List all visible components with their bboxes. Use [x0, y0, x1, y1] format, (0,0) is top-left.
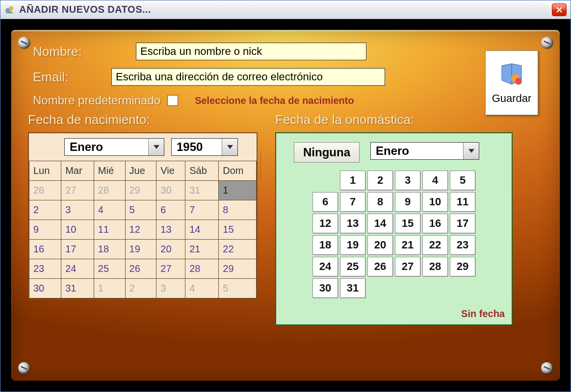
titlebar[interactable]: AÑADIR NUEVOS DATOS...: [0, 0, 571, 19]
onom-day-cell[interactable]: 13: [340, 214, 365, 233]
birth-day-cell[interactable]: 1: [94, 279, 125, 298]
onom-day-cell[interactable]: 18: [312, 235, 338, 255]
birth-day-cell[interactable]: 27: [156, 259, 185, 279]
birth-day-cell[interactable]: 2: [125, 279, 156, 298]
onom-day-cell[interactable]: 29: [450, 257, 475, 276]
onom-day-cell[interactable]: 30: [312, 278, 338, 298]
svg-point-4: [515, 78, 522, 85]
email-input[interactable]: [111, 68, 385, 86]
birth-day-cell[interactable]: 28: [185, 259, 219, 279]
email-label: Email:: [33, 70, 111, 85]
onom-day-cell[interactable]: 25: [340, 257, 365, 276]
birth-month-value: Enero: [65, 140, 108, 154]
birth-day-cell[interactable]: 15: [219, 220, 257, 240]
birth-month-select[interactable]: Enero: [64, 138, 164, 156]
none-button[interactable]: Ninguna: [294, 142, 360, 163]
birth-day-cell[interactable]: 12: [125, 220, 156, 240]
birth-day-cell[interactable]: 3: [61, 200, 94, 220]
onom-day-cell[interactable]: 5: [450, 171, 475, 190]
birth-day-cell[interactable]: 1: [219, 181, 257, 200]
onom-title: Fecha de la onomástica:: [275, 112, 513, 127]
birth-day-cell[interactable]: 27: [61, 181, 94, 200]
onom-day-cell[interactable]: 26: [367, 257, 393, 276]
birth-day-cell[interactable]: 26: [29, 181, 61, 200]
birth-day-cell[interactable]: 18: [94, 240, 125, 259]
birth-day-cell[interactable]: 31: [185, 181, 219, 200]
birth-day-cell[interactable]: 25: [94, 259, 125, 279]
onom-day-cell[interactable]: 28: [422, 257, 448, 276]
birth-day-cell[interactable]: 2: [29, 200, 61, 220]
birth-day-cell[interactable]: 29: [219, 259, 257, 279]
onom-day-cell[interactable]: 11: [450, 192, 475, 212]
onom-day-cell[interactable]: 7: [340, 192, 365, 212]
birth-day-cell[interactable]: 16: [29, 240, 61, 259]
birth-day-cell[interactable]: 21: [185, 240, 219, 259]
birth-day-cell[interactable]: 22: [219, 240, 257, 259]
birth-day-cell[interactable]: 13: [156, 220, 185, 240]
svg-rect-2: [6, 11, 13, 13]
onom-day-cell[interactable]: 17: [450, 214, 475, 233]
birth-day-cell[interactable]: 29: [125, 181, 156, 200]
birth-day-cell[interactable]: 7: [185, 200, 219, 220]
birth-day-cell[interactable]: 14: [185, 220, 219, 240]
birth-year-select[interactable]: 1950: [171, 138, 238, 156]
close-button[interactable]: [552, 3, 567, 16]
birth-day-cell[interactable]: 30: [156, 181, 185, 200]
birth-day-cell[interactable]: 26: [125, 259, 156, 279]
onom-day-cell[interactable]: 16: [422, 214, 448, 233]
default-name-checkbox[interactable]: [167, 95, 178, 106]
onom-month-select[interactable]: Enero: [370, 142, 479, 160]
birth-day-cell[interactable]: 5: [125, 200, 156, 220]
onom-day-cell[interactable]: 8: [367, 192, 393, 212]
save-button[interactable]: Guardar: [485, 50, 538, 115]
onom-day-cell[interactable]: 4: [422, 171, 448, 190]
birth-day-cell[interactable]: 19: [125, 240, 156, 259]
birth-day-cell[interactable]: 5: [219, 279, 257, 298]
birth-day-cell[interactable]: 4: [185, 279, 219, 298]
onom-day-cell[interactable]: 23: [450, 235, 475, 255]
screw-icon: [541, 37, 553, 49]
onom-day-cell[interactable]: 15: [395, 214, 420, 233]
onom-day-cell[interactable]: 14: [367, 214, 393, 233]
onom-day-cell[interactable]: 12: [312, 214, 338, 233]
onom-day-cell[interactable]: 10: [422, 192, 448, 212]
screw-icon: [18, 37, 30, 49]
onom-day-cell[interactable]: 27: [395, 257, 420, 276]
onom-day-cell[interactable]: 3: [395, 171, 420, 190]
chevron-down-icon: [148, 139, 164, 155]
birth-day-cell[interactable]: 24: [61, 259, 94, 279]
birth-day-cell[interactable]: 28: [94, 181, 125, 200]
weekday-header: Mar: [61, 161, 94, 181]
birth-day-cell[interactable]: 11: [94, 220, 125, 240]
empty-cell: [312, 171, 338, 190]
birth-day-cell[interactable]: 4: [94, 200, 125, 220]
onom-day-cell[interactable]: 20: [367, 235, 393, 255]
weekday-header: Vie: [156, 161, 185, 181]
onom-day-cell[interactable]: 31: [340, 278, 365, 298]
onom-day-cell[interactable]: 6: [312, 192, 338, 212]
onom-day-cell[interactable]: 19: [340, 235, 365, 255]
name-input[interactable]: [136, 43, 366, 60]
onom-day-cell[interactable]: 22: [422, 235, 448, 255]
birth-day-cell[interactable]: 31: [61, 279, 94, 298]
birth-day-cell[interactable]: 30: [29, 279, 61, 298]
onom-day-cell[interactable]: 21: [395, 235, 420, 255]
birth-day-cell[interactable]: 10: [61, 220, 94, 240]
onom-day-cell[interactable]: 1: [340, 171, 365, 190]
name-label: Nombre:: [33, 44, 111, 59]
birth-day-cell[interactable]: 17: [61, 240, 94, 259]
birth-day-cell[interactable]: 3: [156, 279, 185, 298]
save-label: Guardar: [492, 92, 532, 105]
birth-day-cell[interactable]: 6: [156, 200, 185, 220]
onom-day-cell[interactable]: 24: [312, 257, 338, 276]
birth-hint: Seleccione la fecha de nacimiento: [195, 95, 354, 106]
birth-day-cell[interactable]: 9: [29, 220, 61, 240]
onom-day-cell[interactable]: 2: [367, 171, 393, 190]
onom-day-cell[interactable]: 9: [395, 192, 420, 212]
birth-day-cell[interactable]: 23: [29, 259, 61, 279]
screw-icon: [541, 362, 553, 374]
window-title: AÑADIR NUEVOS DATOS...: [19, 4, 552, 15]
birth-day-cell[interactable]: 8: [219, 200, 257, 220]
birth-day-cell[interactable]: 20: [156, 240, 185, 259]
svg-point-1: [9, 6, 13, 10]
